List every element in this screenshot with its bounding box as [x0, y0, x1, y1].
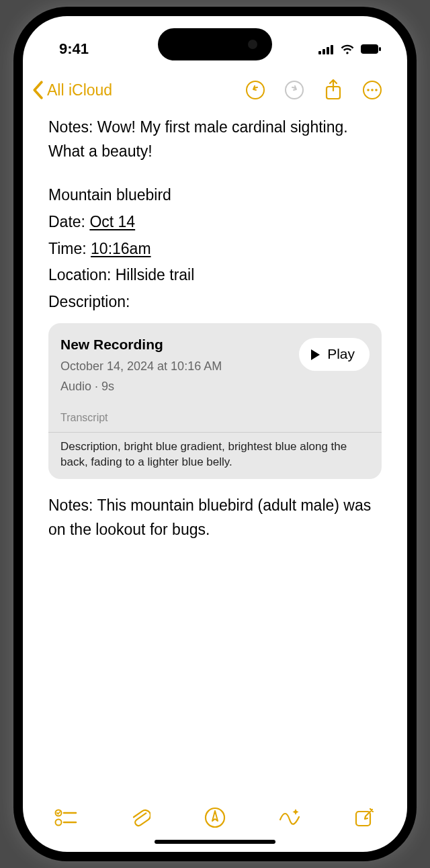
- svg-point-14: [56, 820, 62, 826]
- note-text: Time: 10:16am: [48, 237, 382, 261]
- svg-rect-4: [361, 44, 378, 54]
- attach-button[interactable]: [127, 804, 154, 831]
- note-text: Location: Hillside trail: [48, 263, 382, 288]
- time-link[interactable]: 10:16am: [91, 240, 151, 257]
- wifi-icon: [340, 44, 355, 54]
- checklist-button[interactable]: [52, 804, 79, 831]
- battery-icon: [360, 44, 382, 54]
- svg-rect-0: [318, 51, 321, 54]
- play-label: Play: [327, 343, 355, 365]
- transcript-text: Description, bright blue gradient, brigh…: [60, 439, 370, 470]
- svg-rect-2: [327, 47, 329, 54]
- undo-button[interactable]: [239, 74, 271, 106]
- play-icon: [310, 349, 320, 361]
- note-text: Notes: Wow! My first male cardinal sight…: [48, 116, 382, 163]
- divider: [48, 432, 382, 433]
- audio-attachment[interactable]: New Recording October 14, 2024 at 10:16 …: [48, 323, 382, 479]
- svg-rect-3: [331, 45, 333, 54]
- svg-point-12: [375, 89, 378, 91]
- dynamic-island: [158, 28, 272, 60]
- play-button[interactable]: Play: [299, 338, 370, 371]
- svg-point-10: [367, 89, 370, 91]
- svg-rect-5: [379, 47, 381, 51]
- svg-point-11: [371, 89, 374, 91]
- share-button[interactable]: [317, 74, 349, 106]
- recording-timestamp: October 14, 2024 at 10:16 AM: [60, 357, 222, 376]
- transcript-label: Transcript: [60, 410, 370, 427]
- svg-rect-1: [322, 49, 325, 54]
- ai-sparkle-button[interactable]: [276, 804, 303, 831]
- home-indicator[interactable]: [155, 840, 275, 844]
- note-text: Description:: [48, 290, 382, 314]
- note-body[interactable]: Notes: Wow! My first male cardinal sight…: [23, 112, 407, 787]
- recording-meta: Audio · 9s: [60, 378, 222, 396]
- note-text: Notes: This mountain bluebird (adult mal…: [48, 494, 382, 541]
- compose-button[interactable]: [351, 804, 378, 831]
- date-link[interactable]: Oct 14: [89, 213, 135, 230]
- back-label: All iCloud: [47, 81, 112, 99]
- note-text: Date: Oct 14: [48, 210, 382, 234]
- cellular-icon: [318, 44, 335, 54]
- note-text: Mountain bluebird: [48, 183, 382, 208]
- navigation-bar: All iCloud: [23, 69, 407, 112]
- more-button[interactable]: [356, 74, 388, 106]
- redo-button: [278, 74, 310, 106]
- markup-button[interactable]: [202, 804, 228, 831]
- recording-title: New Recording: [60, 334, 222, 356]
- status-time: 9:41: [59, 40, 89, 58]
- back-button[interactable]: All iCloud: [31, 81, 112, 99]
